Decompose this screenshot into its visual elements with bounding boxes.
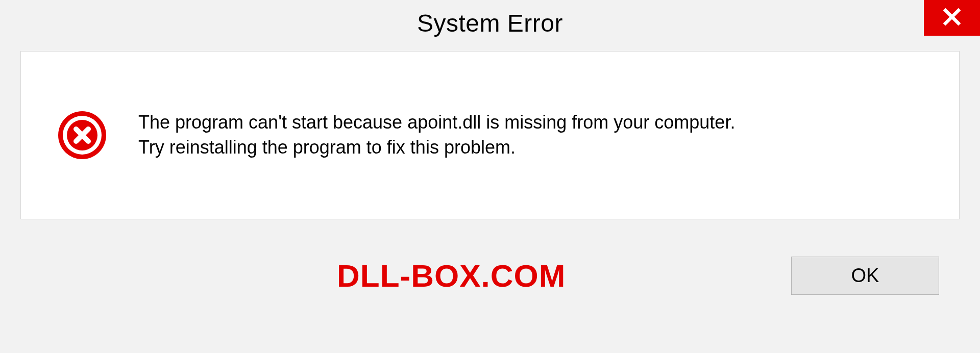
ok-button[interactable]: OK	[791, 257, 939, 295]
footer-bar: DLL-BOX.COM OK	[20, 219, 960, 332]
title-bar: System Error	[0, 0, 980, 46]
message-line-2: Try reinstalling the program to fix this…	[138, 135, 944, 160]
message-line-1: The program can't start because apoint.d…	[138, 110, 944, 135]
close-button[interactable]	[924, 0, 980, 36]
error-message: The program can't start because apoint.d…	[138, 110, 944, 160]
error-icon	[57, 110, 108, 161]
close-icon	[942, 7, 962, 29]
watermark-text: DLL-BOX.COM	[337, 258, 566, 294]
content-panel: The program can't start because apoint.d…	[20, 51, 960, 219]
dialog-title: System Error	[417, 9, 563, 37]
